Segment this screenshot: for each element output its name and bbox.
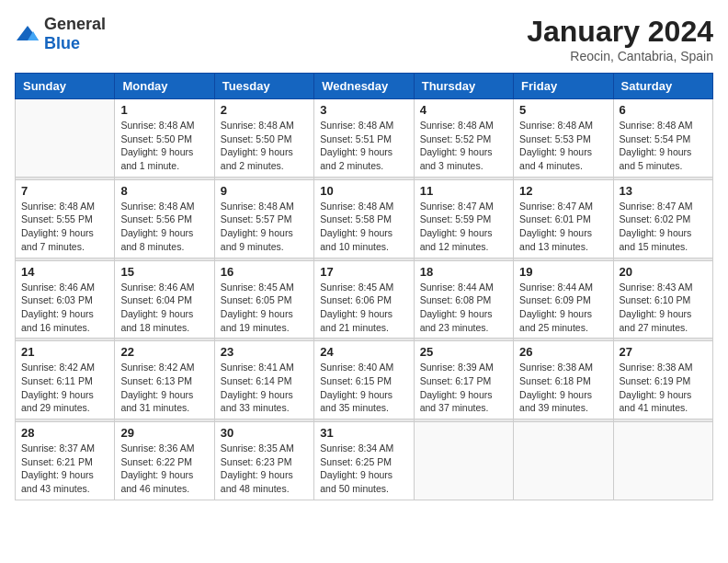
day-info: Sunrise: 8:38 AM Sunset: 6:18 PM Dayligh… — [519, 361, 607, 415]
day-cell — [514, 422, 613, 500]
day-info: Sunrise: 8:45 AM Sunset: 6:06 PM Dayligh… — [320, 281, 407, 335]
day-number: 8 — [120, 184, 208, 198]
logo: General Blue — [15, 15, 106, 53]
day-number: 30 — [221, 426, 308, 440]
day-cell: 25Sunrise: 8:39 AM Sunset: 6:17 PM Dayli… — [414, 341, 513, 419]
day-cell: 29Sunrise: 8:36 AM Sunset: 6:22 PM Dayli… — [115, 422, 214, 500]
day-cell: 22Sunrise: 8:42 AM Sunset: 6:13 PM Dayli… — [115, 341, 214, 419]
day-cell: 23Sunrise: 8:41 AM Sunset: 6:14 PM Dayli… — [214, 341, 313, 419]
week-row-3: 14Sunrise: 8:46 AM Sunset: 6:03 PM Dayli… — [16, 260, 713, 339]
day-cell: 3Sunrise: 8:48 AM Sunset: 5:51 PM Daylig… — [314, 99, 414, 178]
day-number: 1 — [120, 103, 208, 117]
day-info: Sunrise: 8:48 AM Sunset: 5:58 PM Dayligh… — [320, 200, 407, 254]
day-info: Sunrise: 8:46 AM Sunset: 6:03 PM Dayligh… — [21, 281, 108, 335]
day-info: Sunrise: 8:48 AM Sunset: 5:56 PM Dayligh… — [120, 200, 208, 254]
day-cell: 15Sunrise: 8:46 AM Sunset: 6:04 PM Dayli… — [115, 260, 214, 339]
week-row-1: 1Sunrise: 8:48 AM Sunset: 5:50 PM Daylig… — [16, 99, 713, 178]
day-number: 26 — [519, 345, 607, 359]
day-info: Sunrise: 8:34 AM Sunset: 6:25 PM Dayligh… — [320, 442, 407, 496]
day-info: Sunrise: 8:48 AM Sunset: 5:51 PM Dayligh… — [320, 119, 407, 173]
weekday-header-friday: Friday — [514, 74, 613, 99]
day-info: Sunrise: 8:48 AM Sunset: 5:50 PM Dayligh… — [120, 119, 208, 173]
day-cell: 9Sunrise: 8:48 AM Sunset: 5:57 PM Daylig… — [214, 179, 313, 258]
day-info: Sunrise: 8:47 AM Sunset: 6:02 PM Dayligh… — [620, 200, 707, 254]
day-number: 11 — [420, 184, 507, 198]
day-info: Sunrise: 8:47 AM Sunset: 6:01 PM Dayligh… — [519, 200, 607, 254]
day-cell: 26Sunrise: 8:38 AM Sunset: 6:18 PM Dayli… — [514, 341, 613, 419]
title-block: January 2024 Reocin, Cantabria, Spain — [527, 15, 713, 63]
weekday-header-thursday: Thursday — [414, 74, 513, 99]
day-info: Sunrise: 8:48 AM Sunset: 5:52 PM Dayligh… — [420, 119, 507, 173]
day-info: Sunrise: 8:44 AM Sunset: 6:08 PM Dayligh… — [420, 281, 507, 335]
page-header: General Blue January 2024 Reocin, Cantab… — [15, 15, 713, 63]
day-number: 15 — [120, 265, 208, 279]
day-info: Sunrise: 8:45 AM Sunset: 6:05 PM Dayligh… — [221, 281, 308, 335]
day-number: 7 — [21, 184, 108, 198]
day-cell: 28Sunrise: 8:37 AM Sunset: 6:21 PM Dayli… — [16, 422, 115, 500]
day-cell: 10Sunrise: 8:48 AM Sunset: 5:58 PM Dayli… — [314, 179, 414, 258]
day-cell: 5Sunrise: 8:48 AM Sunset: 5:53 PM Daylig… — [514, 99, 613, 178]
day-info: Sunrise: 8:47 AM Sunset: 5:59 PM Dayligh… — [420, 200, 507, 254]
day-number: 2 — [221, 103, 308, 117]
day-cell: 16Sunrise: 8:45 AM Sunset: 6:05 PM Dayli… — [214, 260, 313, 339]
weekday-header-saturday: Saturday — [613, 74, 712, 99]
day-cell: 4Sunrise: 8:48 AM Sunset: 5:52 PM Daylig… — [414, 99, 513, 178]
day-number: 27 — [620, 345, 707, 359]
day-cell: 17Sunrise: 8:45 AM Sunset: 6:06 PM Dayli… — [314, 260, 414, 339]
weekday-header-sunday: Sunday — [16, 74, 115, 99]
week-row-5: 28Sunrise: 8:37 AM Sunset: 6:21 PM Dayli… — [16, 422, 713, 500]
day-number: 6 — [620, 103, 707, 117]
day-cell: 2Sunrise: 8:48 AM Sunset: 5:50 PM Daylig… — [214, 99, 313, 178]
day-number: 24 — [320, 345, 407, 359]
day-info: Sunrise: 8:41 AM Sunset: 6:14 PM Dayligh… — [221, 361, 308, 415]
weekday-header-monday: Monday — [115, 74, 214, 99]
day-number: 9 — [221, 184, 308, 198]
day-number: 31 — [320, 426, 407, 440]
day-info: Sunrise: 8:35 AM Sunset: 6:23 PM Dayligh… — [221, 442, 308, 496]
day-cell — [613, 422, 712, 500]
day-number: 14 — [21, 265, 108, 279]
day-cell: 19Sunrise: 8:44 AM Sunset: 6:09 PM Dayli… — [514, 260, 613, 339]
day-info: Sunrise: 8:48 AM Sunset: 5:53 PM Dayligh… — [519, 119, 607, 173]
day-cell: 7Sunrise: 8:48 AM Sunset: 5:55 PM Daylig… — [16, 179, 115, 258]
day-cell: 31Sunrise: 8:34 AM Sunset: 6:25 PM Dayli… — [314, 422, 414, 500]
day-info: Sunrise: 8:36 AM Sunset: 6:22 PM Dayligh… — [120, 442, 208, 496]
day-info: Sunrise: 8:48 AM Sunset: 5:57 PM Dayligh… — [221, 200, 308, 254]
week-row-4: 21Sunrise: 8:42 AM Sunset: 6:11 PM Dayli… — [16, 341, 713, 419]
weekday-header-wednesday: Wednesday — [314, 74, 414, 99]
day-cell: 1Sunrise: 8:48 AM Sunset: 5:50 PM Daylig… — [115, 99, 214, 178]
day-info: Sunrise: 8:48 AM Sunset: 5:54 PM Dayligh… — [620, 119, 707, 173]
day-info: Sunrise: 8:39 AM Sunset: 6:17 PM Dayligh… — [420, 361, 507, 415]
day-number: 21 — [21, 345, 108, 359]
day-number: 22 — [120, 345, 208, 359]
day-cell: 21Sunrise: 8:42 AM Sunset: 6:11 PM Dayli… — [16, 341, 115, 419]
weekday-header-row: SundayMondayTuesdayWednesdayThursdayFrid… — [16, 74, 713, 99]
day-info: Sunrise: 8:37 AM Sunset: 6:21 PM Dayligh… — [21, 442, 108, 496]
logo-general: General — [44, 15, 106, 33]
day-cell: 13Sunrise: 8:47 AM Sunset: 6:02 PM Dayli… — [613, 179, 712, 258]
day-number: 5 — [519, 103, 607, 117]
calendar: SundayMondayTuesdayWednesdayThursdayFrid… — [15, 73, 713, 500]
day-number: 10 — [320, 184, 407, 198]
day-cell: 8Sunrise: 8:48 AM Sunset: 5:56 PM Daylig… — [115, 179, 214, 258]
day-info: Sunrise: 8:48 AM Sunset: 5:55 PM Dayligh… — [21, 200, 108, 254]
day-number: 18 — [420, 265, 507, 279]
day-info: Sunrise: 8:42 AM Sunset: 6:11 PM Dayligh… — [21, 361, 108, 415]
logo-icon — [15, 24, 40, 44]
day-number: 12 — [519, 184, 607, 198]
day-cell: 18Sunrise: 8:44 AM Sunset: 6:08 PM Dayli… — [414, 260, 513, 339]
day-cell: 24Sunrise: 8:40 AM Sunset: 6:15 PM Dayli… — [314, 341, 414, 419]
month-year: January 2024 — [527, 15, 713, 49]
day-info: Sunrise: 8:48 AM Sunset: 5:50 PM Dayligh… — [221, 119, 308, 173]
day-number: 16 — [221, 265, 308, 279]
day-info: Sunrise: 8:42 AM Sunset: 6:13 PM Dayligh… — [120, 361, 208, 415]
day-cell: 20Sunrise: 8:43 AM Sunset: 6:10 PM Dayli… — [613, 260, 712, 339]
day-info: Sunrise: 8:46 AM Sunset: 6:04 PM Dayligh… — [120, 281, 208, 335]
day-number: 20 — [620, 265, 707, 279]
day-number: 23 — [221, 345, 308, 359]
day-cell: 6Sunrise: 8:48 AM Sunset: 5:54 PM Daylig… — [613, 99, 712, 178]
day-info: Sunrise: 8:38 AM Sunset: 6:19 PM Dayligh… — [620, 361, 707, 415]
day-cell: 27Sunrise: 8:38 AM Sunset: 6:19 PM Dayli… — [613, 341, 712, 419]
day-number: 4 — [420, 103, 507, 117]
day-info: Sunrise: 8:44 AM Sunset: 6:09 PM Dayligh… — [519, 281, 607, 335]
